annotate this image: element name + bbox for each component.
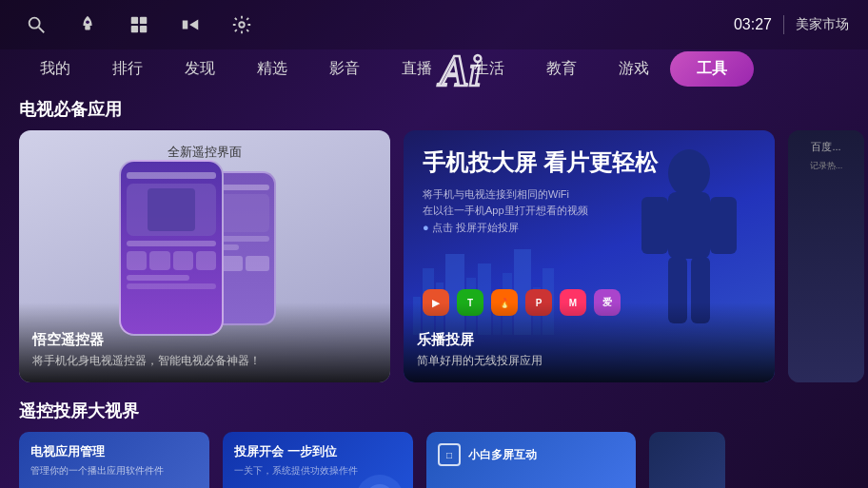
section1-cards: 全新遥控界面: [0, 130, 868, 382]
search-icon[interactable]: [19, 8, 53, 42]
card2-subtitle: 简单好用的无线投屏应用: [417, 353, 761, 369]
section2-cards: 电视应用管理 管理你的一个播出应用软件件件 投屏开会 一步到位 一关下，系统提供…: [0, 432, 868, 488]
divider: [783, 15, 784, 34]
card2-title-area: 手机投大屏 看片更轻松 将手机与电视连接到相同的WiFi 在以往一手机App里打…: [423, 149, 658, 237]
card-partial4[interactable]: [649, 432, 725, 488]
card-multiscreen[interactable]: □ 小白多屏互动: [426, 432, 636, 488]
small-card3-title: 小白多屏互动: [468, 447, 537, 463]
multiscreen-icon: □: [438, 443, 461, 466]
card3-sub-partial: 记录热...: [796, 160, 857, 172]
nav-item-live[interactable]: 直播: [381, 49, 453, 88]
small-card1-sub: 管理你的一个播出应用软件件件: [30, 464, 198, 478]
svg-rect-12: [710, 197, 737, 254]
svg-point-8: [239, 22, 245, 28]
svg-rect-7: [140, 26, 147, 32]
svg-rect-10: [668, 192, 710, 259]
card2-sub-text: 将手机与电视连接到相同的WiFi 在以往一手机App里打开想看的视频 ● 点击 …: [423, 186, 632, 237]
nav-item-tools[interactable]: 工具: [670, 51, 754, 87]
nav-item-edu[interactable]: 教育: [525, 49, 598, 88]
market-label: 美家市场: [796, 16, 849, 33]
card2-title: 乐播投屏: [417, 331, 761, 349]
svg-rect-6: [131, 26, 138, 32]
clock-display: 03:27: [734, 16, 772, 33]
card-lebo[interactable]: 手机投大屏 看片更轻松 将手机与电视连接到相同的WiFi 在以往一手机App里打…: [404, 130, 775, 382]
grid-icon[interactable]: [122, 8, 156, 42]
card3-title-partial: 百度...: [796, 140, 857, 154]
top-bar: 03:27 美家市场: [0, 0, 868, 49]
card2-caption: 乐播投屏 简单好用的无线投屏应用: [404, 303, 775, 382]
card-baidu-partial[interactable]: 百度... 记录热...: [788, 130, 864, 382]
svg-point-3: [86, 20, 89, 24]
top-bar-icons: [19, 8, 259, 42]
small-card2-title: 投屏开会 一步到位: [234, 443, 402, 460]
card2-main-text: 手机投大屏 看片更轻松: [423, 149, 658, 177]
main-nav: 我的 排行 发现 精选 影音 直播 生活 教育 游戏 工具: [0, 49, 868, 88]
card-touping[interactable]: 投屏开会 一步到位 一关下，系统提供功效操作件: [223, 432, 413, 488]
nav-item-life[interactable]: 生活: [453, 49, 525, 88]
svg-rect-2: [85, 26, 90, 30]
top-bar-right: 03:27 美家市场: [734, 15, 849, 34]
gear-icon[interactable]: [225, 8, 259, 42]
small-card1-title: 电视应用管理: [30, 443, 198, 460]
rocket-icon[interactable]: [70, 8, 105, 42]
svg-point-9: [668, 149, 710, 197]
card-tvapp[interactable]: 电视应用管理 管理你的一个播出应用软件件件: [19, 432, 209, 488]
nav-item-mine[interactable]: 我的: [19, 49, 91, 88]
backward-icon[interactable]: [173, 8, 207, 42]
section2-title: 遥控投屏大视界: [0, 400, 868, 432]
card-wukong[interactable]: 全新遥控界面: [19, 130, 390, 382]
nav-item-rank[interactable]: 排行: [91, 49, 164, 88]
svg-rect-5: [140, 17, 147, 24]
nav-item-discover[interactable]: 发现: [164, 49, 236, 88]
svg-point-0: [30, 18, 40, 29]
nav-item-selected[interactable]: 精选: [236, 49, 308, 88]
svg-rect-4: [131, 17, 138, 24]
nav-item-video[interactable]: 影音: [308, 49, 381, 88]
section2: 遥控投屏大视界 电视应用管理 管理你的一个播出应用软件件件 投屏开会 一步到位 …: [0, 400, 868, 488]
card1-subtitle: 将手机化身电视遥控器，智能电视必备神器！: [32, 353, 377, 369]
nav-item-game[interactable]: 游戏: [598, 49, 670, 88]
section1-title: 电视必备应用: [0, 98, 868, 130]
svg-line-1: [39, 28, 45, 33]
card1-header: 全新遥控界面: [19, 144, 390, 161]
